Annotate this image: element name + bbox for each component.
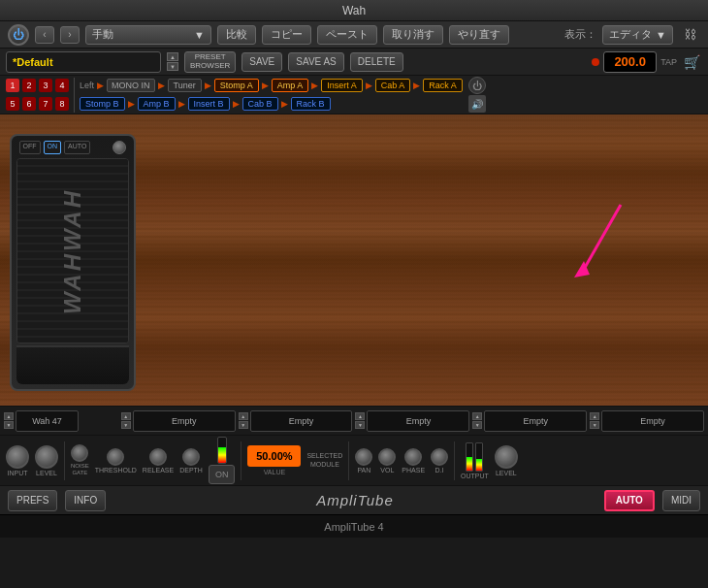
slot-5-up[interactable]: ▲ bbox=[590, 412, 599, 420]
undo-button[interactable]: 取り消す bbox=[383, 25, 443, 45]
slot-5-name[interactable]: Empty bbox=[601, 410, 704, 432]
slot-4-arrows[interactable]: ▲ ▼ bbox=[472, 412, 482, 429]
release-knob[interactable] bbox=[149, 448, 167, 466]
threshold-knob[interactable] bbox=[107, 448, 124, 466]
slot-3-up[interactable]: ▲ bbox=[355, 412, 365, 420]
amp-b-button[interactable]: Amp B bbox=[138, 97, 176, 111]
slot-2-down[interactable]: ▼ bbox=[239, 421, 248, 429]
divider-3 bbox=[348, 441, 349, 480]
value-display[interactable]: 50.00% bbox=[247, 445, 301, 467]
noise-gate-knob[interactable] bbox=[71, 444, 88, 462]
pan-knob[interactable] bbox=[355, 448, 372, 466]
chain-num-4[interactable]: 4 bbox=[55, 79, 69, 92]
slot-4-down[interactable]: ▼ bbox=[472, 421, 482, 429]
phase-knob-group: PHASE bbox=[402, 448, 425, 474]
save-button[interactable]: SAVE bbox=[241, 52, 282, 72]
nav-back-button[interactable]: ‹ bbox=[35, 26, 54, 44]
toggle-off[interactable]: OFF bbox=[19, 141, 41, 154]
depth-knob[interactable] bbox=[182, 448, 200, 466]
auto-button[interactable]: AUTO bbox=[604, 490, 655, 511]
paste-button[interactable]: ペースト bbox=[317, 25, 377, 45]
compare-button[interactable]: 比較 bbox=[217, 25, 256, 45]
output-level-knob[interactable] bbox=[495, 445, 518, 469]
output-meters bbox=[466, 442, 483, 472]
slot-1-arrows[interactable]: ▲ ▼ bbox=[121, 412, 131, 429]
slot-5-arrows[interactable]: ▲ ▼ bbox=[590, 412, 599, 429]
chain-num-6[interactable]: 6 bbox=[22, 97, 36, 111]
nav-forward-button[interactable]: › bbox=[60, 26, 80, 44]
toggle-on[interactable]: ON bbox=[44, 141, 62, 154]
chain-num-1[interactable]: 1 bbox=[6, 79, 19, 92]
on-button[interactable]: ON bbox=[209, 465, 236, 484]
vol-knob[interactable] bbox=[378, 448, 396, 466]
vol-knob-group: VOL bbox=[378, 448, 396, 474]
slot-0-name[interactable]: Wah 47 bbox=[16, 410, 79, 432]
slot-0-arrows[interactable]: ▲ ▼ bbox=[4, 412, 14, 429]
di-knob-group: D.I bbox=[431, 448, 448, 474]
wah-text: WAHWAH bbox=[59, 188, 86, 314]
wah-pedal: OFF ON AUTO WAHWAH bbox=[10, 134, 136, 391]
wah-knob[interactable] bbox=[113, 141, 126, 154]
slot-1-up[interactable]: ▲ bbox=[121, 412, 131, 420]
rack-a-button[interactable]: Rack A bbox=[423, 79, 463, 92]
delete-button[interactable]: DELETE bbox=[350, 52, 403, 72]
insert-a-button[interactable]: Insert A bbox=[321, 79, 363, 92]
slot-2-up[interactable]: ▲ bbox=[239, 412, 248, 420]
slot-2-arrows[interactable]: ▲ ▼ bbox=[239, 412, 248, 429]
slot-2-name[interactable]: Empty bbox=[250, 410, 353, 432]
level-knob[interactable] bbox=[35, 445, 58, 469]
slot-1-down[interactable]: ▼ bbox=[121, 421, 131, 429]
prefs-button[interactable]: PREFS bbox=[8, 490, 57, 511]
preset-browser-button[interactable]: PRESETBROWSER bbox=[184, 51, 236, 73]
slot-4-name[interactable]: Empty bbox=[484, 410, 587, 432]
slot-3-arrows[interactable]: ▲ ▼ bbox=[355, 412, 365, 429]
amp-a-button[interactable]: Amp A bbox=[272, 79, 309, 92]
slot-5-down[interactable]: ▼ bbox=[590, 421, 599, 429]
bpm-display[interactable]: 200.0 bbox=[603, 51, 657, 73]
phase-knob[interactable] bbox=[404, 448, 422, 466]
stomp-a-button[interactable]: Stomp A bbox=[214, 79, 259, 92]
slot-4-up[interactable]: ▲ bbox=[472, 412, 482, 420]
chain-num-7[interactable]: 7 bbox=[39, 97, 52, 111]
wah-rubber[interactable] bbox=[16, 345, 129, 384]
chain-num-2[interactable]: 2 bbox=[22, 79, 36, 92]
link-button[interactable]: ⛓ bbox=[679, 25, 700, 45]
edit-chevron: ▼ bbox=[656, 29, 666, 41]
selected-module-label: SELECTEDMODULE bbox=[306, 452, 342, 469]
cab-b-button[interactable]: Cab B bbox=[242, 97, 278, 111]
cart-icon[interactable]: 🛒 bbox=[681, 51, 702, 73]
insert-b-button[interactable]: Insert B bbox=[188, 97, 230, 111]
preset-mode-dropdown[interactable]: 手動 ▼ bbox=[85, 25, 211, 45]
save-as-button[interactable]: SAVE AS bbox=[288, 52, 344, 72]
slot-3-name[interactable]: Empty bbox=[367, 410, 469, 432]
midi-button[interactable]: MIDI bbox=[662, 490, 700, 511]
rack-b-button[interactable]: Rack B bbox=[291, 97, 331, 111]
di-knob[interactable] bbox=[431, 448, 448, 466]
slot-item-5: ▲ ▼ Empty bbox=[590, 409, 704, 433]
toggle-auto[interactable]: AUTO bbox=[64, 141, 90, 154]
slot-0-down[interactable]: ▼ bbox=[4, 421, 14, 429]
info-button[interactable]: INFO bbox=[65, 490, 106, 511]
redo-button[interactable]: やり直す bbox=[449, 25, 509, 45]
stomp-b-button[interactable]: Stomp B bbox=[80, 97, 125, 111]
slot-1-name[interactable]: Empty bbox=[133, 410, 236, 432]
footer: PREFS INFO AmpliTube AUTO MIDI bbox=[0, 485, 708, 514]
preset-up-arrow[interactable]: ▲ bbox=[167, 52, 178, 61]
preset-down-arrow[interactable]: ▼ bbox=[167, 62, 178, 71]
input-knob[interactable] bbox=[6, 445, 29, 469]
speaker-icon[interactable]: 🔊 bbox=[468, 95, 486, 113]
power-button[interactable]: ⏻ bbox=[8, 24, 29, 46]
editor-dropdown[interactable]: エディタ ▼ bbox=[602, 25, 673, 45]
slot-0-up[interactable]: ▲ bbox=[4, 412, 14, 420]
tuner-button[interactable]: Tuner bbox=[168, 79, 202, 92]
chain-num-3[interactable]: 3 bbox=[39, 79, 52, 92]
mono-in-button[interactable]: MONO IN bbox=[107, 79, 155, 92]
copy-button[interactable]: コピー bbox=[262, 25, 311, 45]
chain-num-8[interactable]: 8 bbox=[55, 97, 69, 111]
output-level-label: LEVEL bbox=[496, 470, 517, 476]
cab-a-button[interactable]: Cab A bbox=[375, 79, 411, 92]
slot-3-down[interactable]: ▼ bbox=[355, 421, 365, 429]
chain-power-button[interactable]: ⏻ bbox=[468, 77, 486, 94]
chain-num-5[interactable]: 5 bbox=[6, 97, 19, 111]
preset-arrows[interactable]: ▲ ▼ bbox=[167, 51, 178, 73]
